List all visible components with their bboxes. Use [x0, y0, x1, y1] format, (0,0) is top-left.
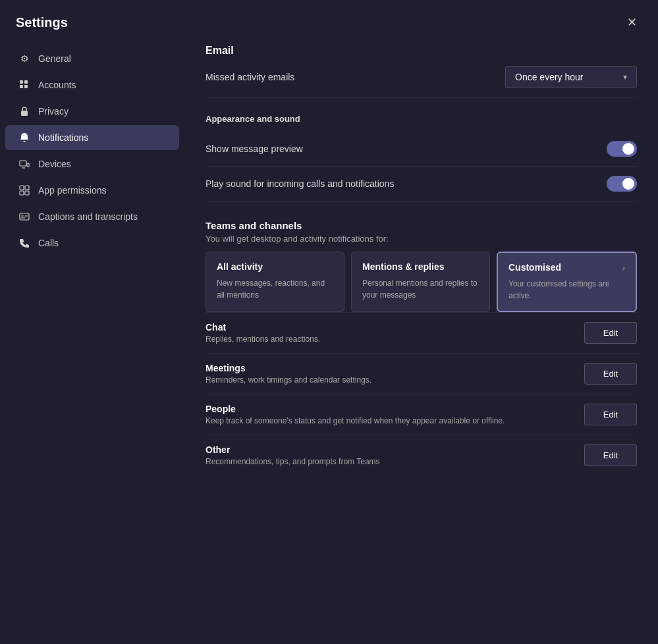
sidebar-item-captions[interactable]: Captions and transcripts: [5, 204, 179, 229]
sidebar-item-calls[interactable]: Calls: [5, 230, 179, 255]
svg-rect-0: [20, 80, 23, 84]
sidebar-label-calls: Calls: [38, 238, 59, 248]
play-sound-row: Play sound for incoming calls and notifi…: [206, 167, 637, 201]
window-title: Settings: [16, 15, 68, 30]
sidebar-label-captions: Captions and transcripts: [38, 211, 138, 222]
svg-rect-7: [20, 186, 24, 190]
privacy-icon: [18, 105, 30, 117]
mentions-replies-desc: Personal mentions and replies to your me…: [362, 277, 479, 301]
svg-rect-10: [25, 191, 29, 195]
meetings-subtitle: Reminders, work timings and calendar set…: [206, 375, 371, 385]
svg-rect-8: [25, 186, 29, 190]
chat-subtitle: Replies, mentions and reactions.: [206, 335, 320, 344]
svg-rect-5: [20, 161, 26, 166]
customised-title: Customised: [508, 262, 561, 273]
sidebar-label-devices: Devices: [38, 159, 71, 169]
content-area: Email Missed activity emails Once every …: [184, 40, 658, 644]
sidebar: ⚙ General Accounts: [0, 40, 184, 644]
show-message-preview-toggle[interactable]: [607, 141, 637, 157]
chat-edit-button[interactable]: Edit: [584, 322, 637, 344]
calls-icon: [18, 237, 30, 249]
people-edit-button[interactable]: Edit: [584, 404, 637, 425]
settings-window: Settings ✕ ⚙ General Accounts: [0, 0, 658, 644]
customised-card[interactable]: Customised › Your customised settings ar…: [497, 252, 637, 312]
chevron-down-icon: ▾: [623, 72, 627, 82]
teams-channels-title: Teams and channels: [206, 220, 637, 231]
svg-rect-2: [24, 80, 28, 84]
devices-icon: [18, 158, 30, 170]
other-row: Other Recommendations, tips, and prompts…: [206, 435, 637, 475]
sidebar-item-accounts[interactable]: Accounts: [5, 72, 179, 97]
svg-rect-1: [20, 85, 23, 88]
all-activity-desc: New messages, reactions, and all mention…: [217, 277, 333, 301]
other-subtitle: Recommendations, tips, and prompts from …: [206, 457, 380, 466]
mentions-replies-title: Mentions & replies: [362, 261, 444, 272]
all-activity-header: All activity: [217, 261, 333, 272]
svg-rect-3: [24, 85, 28, 88]
chat-row: Chat Replies, mentions and reactions. Ed…: [206, 312, 637, 353]
teams-channels-subtitle: You will get desktop and activity notifi…: [206, 234, 637, 244]
people-row: People Keep track of someone's status an…: [206, 394, 637, 435]
activity-cards-row: All activity New messages, reactions, an…: [206, 252, 637, 312]
svg-rect-6: [27, 163, 29, 167]
main-layout: ⚙ General Accounts: [0, 40, 658, 644]
notifications-icon: [18, 132, 30, 144]
all-activity-card[interactable]: All activity New messages, reactions, an…: [206, 252, 344, 312]
customised-header: Customised ›: [508, 262, 625, 273]
sidebar-item-privacy[interactable]: Privacy: [5, 99, 179, 124]
general-icon: ⚙: [18, 53, 30, 65]
play-sound-label: Play sound for incoming calls and notifi…: [206, 178, 394, 189]
close-button[interactable]: ✕: [621, 12, 642, 33]
sidebar-item-devices[interactable]: Devices: [5, 151, 179, 176]
people-title: People: [206, 404, 505, 414]
sidebar-label-general: General: [38, 53, 71, 64]
sidebar-label-app-permissions: App permissions: [38, 185, 107, 196]
mentions-replies-header: Mentions & replies: [362, 261, 479, 272]
sidebar-item-notifications[interactable]: Notifications: [5, 125, 179, 150]
other-edit-button[interactable]: Edit: [584, 444, 637, 466]
all-activity-title: All activity: [217, 261, 263, 272]
meetings-title: Meetings: [206, 363, 371, 373]
captions-icon: [18, 211, 30, 223]
dropdown-value: Once every hour: [515, 72, 584, 82]
missed-activity-label: Missed activity emails: [206, 72, 294, 82]
people-subtitle: Keep track of someone's status and get n…: [206, 416, 505, 425]
svg-rect-9: [20, 191, 24, 195]
sidebar-label-notifications: Notifications: [38, 132, 88, 143]
app-permissions-icon: [18, 184, 30, 196]
show-message-preview-label: Show message preview: [206, 144, 303, 154]
sidebar-item-app-permissions[interactable]: App permissions: [5, 178, 179, 203]
svg-rect-4: [21, 111, 28, 116]
sidebar-item-general[interactable]: ⚙ General: [5, 46, 179, 71]
appearance-section-title: Appearance and sound: [206, 114, 637, 124]
missed-activity-row: Missed activity emails Once every hour ▾: [206, 57, 637, 98]
email-frequency-dropdown[interactable]: Once every hour ▾: [505, 66, 637, 88]
email-section-title: Email: [206, 40, 637, 57]
mentions-replies-card[interactable]: Mentions & replies Personal mentions and…: [351, 252, 490, 312]
title-bar: Settings ✕: [0, 0, 658, 40]
customised-chevron-icon: ›: [622, 263, 625, 273]
other-title: Other: [206, 444, 380, 455]
meetings-row: Meetings Reminders, work timings and cal…: [206, 353, 637, 394]
chat-title: Chat: [206, 322, 320, 333]
show-message-preview-row: Show message preview: [206, 132, 637, 167]
sidebar-label-privacy: Privacy: [38, 106, 69, 117]
accounts-icon: [18, 79, 30, 91]
meetings-edit-button[interactable]: Edit: [584, 363, 637, 385]
svg-rect-11: [20, 213, 29, 220]
customised-desc: Your customised settings are active.: [508, 278, 625, 302]
play-sound-toggle[interactable]: [607, 176, 637, 192]
sidebar-label-accounts: Accounts: [38, 80, 76, 90]
